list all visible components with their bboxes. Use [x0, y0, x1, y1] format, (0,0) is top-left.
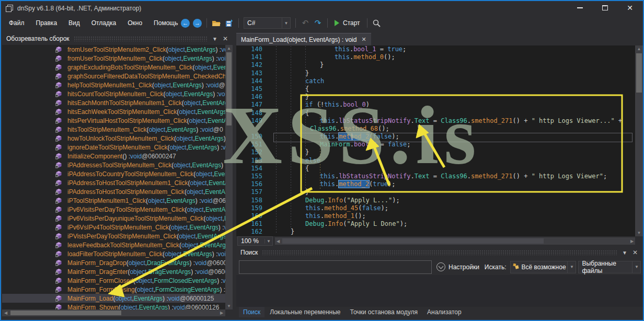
tree-item-graphExcludingBotsToolStripMenuItem_Click[interactable]: graphExcludingBotsToolStripMenuItem_Clic… — [2, 63, 225, 72]
chevron-down-icon[interactable]: ▼ — [632, 261, 640, 273]
back-icon[interactable]: ← — [181, 19, 190, 28]
chevron-down-icon[interactable]: ▼ — [282, 18, 290, 28]
line-number: 140 — [236, 45, 267, 53]
tree-item-iPAddressToCountryToolStripMenuItem_Click[interactable]: iPAddressToCountryToolStripMenuItem_Clic… — [2, 169, 225, 178]
search-files-select[interactable]: Выбранные файлы ▼ — [578, 261, 641, 273]
chevron-down-icon[interactable]: ▼ — [567, 261, 576, 273]
tree-item-howToUnlockToolStripMenuItem_Click[interactable]: howToUnlockToolStripMenuItem_Click(objec… — [2, 134, 225, 143]
search-results-area[interactable] — [236, 275, 643, 307]
tree-item-fromUserToolStripMenuItem2_Click[interactable]: fromUserToolStripMenuItem2_Click(object,… — [2, 45, 225, 54]
zoom-select[interactable]: 100 % ▼ — [237, 236, 273, 246]
line-number: 154 — [236, 165, 267, 173]
tree-item-hitsEachMonthToolStripMenuItem1_Click[interactable]: hitsEachMonthToolStripMenuItem1_Click(ob… — [2, 98, 225, 107]
menu-Окно[interactable]: Окно — [122, 17, 148, 29]
bottom-tab-Локальные переменные[interactable]: Локальные переменные — [266, 307, 344, 317]
tree-item-iPToolStripMenuItem1_Click[interactable]: iPToolStripMenuItem1_Click(object, Event… — [2, 196, 225, 205]
menu-Вид[interactable]: Вид — [63, 17, 86, 29]
forward-icon[interactable]: → — [193, 19, 202, 28]
panel-close-icon[interactable]: ✕ — [223, 35, 228, 42]
tree-item-graphSourceFilteredDataToolStripMenuItem_CheckedChanged[interactable]: graphSourceFilteredDataToolStripMenuItem… — [2, 72, 225, 81]
tree-item-iPv6VisitsPerDayToolStripMenuItem_Click[interactable]: iPv6VisitsPerDayToolStripMenuItem_Click(… — [2, 205, 225, 214]
panel-position-icon[interactable]: ▼ — [212, 36, 217, 42]
tree-item-ignoreDateToolStripMenuItem_Click[interactable]: ignoreDateToolStripMenuItem_Click(object… — [2, 143, 225, 152]
maximize-button[interactable] — [599, 3, 611, 13]
tree-item-iPAddressesToolStripMenuItem_Click[interactable]: iPAddressesToolStripMenuItem_Click(objec… — [2, 160, 225, 169]
menu-Файл[interactable]: Файл — [3, 17, 30, 29]
tree-item-hitsEachWeekToolStripMenuItem_Click[interactable]: hitsEachWeekToolStripMenuItem_Click(obje… — [2, 107, 225, 116]
method-icon — [55, 64, 65, 71]
menu-Отладка[interactable]: Отладка — [86, 17, 122, 29]
save-all-icon[interactable] — [224, 18, 234, 28]
line-number: 149 — [236, 117, 267, 125]
redo-icon[interactable]: ↷ — [313, 18, 323, 28]
tree-item-MainForm_FormClosing[interactable]: MainForm_FormClosing(object, FormClosing… — [2, 285, 225, 294]
method-icon — [55, 304, 65, 309]
editor-vertical-scrollbar[interactable]: ▲ ▼ — [635, 45, 643, 236]
close-button[interactable]: ✕ — [624, 3, 636, 13]
method-icon — [55, 188, 65, 195]
tree-item-helpToolStripMenuItem1_Click[interactable]: helpToolStripMenuItem1_Click(object, Eve… — [2, 81, 225, 89]
code-line-141: 141this.method_0(); — [236, 53, 635, 61]
panel-close-icon[interactable]: ✕ — [632, 249, 638, 256]
tree-vertical-scrollbar[interactable]: ▲ ▼ — [225, 45, 233, 309]
tree-item-MainForm_DragEnter[interactable]: MainForm_DragEnter(object, DragEventArgs… — [2, 267, 225, 276]
tab-mainform-load[interactable]: MainForm_Load(object, EventArgs) : void … — [236, 33, 371, 45]
code-line-145: 145{ — [236, 85, 635, 93]
start-button[interactable]: Старт — [332, 19, 362, 27]
method-icon — [55, 268, 65, 275]
search-icon[interactable] — [372, 18, 382, 28]
tree-item-leaveFeedbackToolStripMenuItem_Click[interactable]: leaveFeedbackToolStripMenuItem_Click(obj… — [2, 240, 225, 249]
tree-item-hitsToolStripMenuItem_Click[interactable]: hitsToolStripMenuItem_Click(object, Even… — [2, 125, 225, 134]
bottom-tab-Анализатор[interactable]: Анализатор — [423, 307, 466, 317]
tree-item-iPv6VisitsPerDayuniqueToolStripMenuItem_Click[interactable]: iPv6VisitsPerDayuniqueToolStripMenuItem_… — [2, 214, 225, 223]
search-input[interactable] — [239, 260, 432, 274]
settings-label: Настройки — [448, 263, 479, 271]
tree-item-fromUserToolStripMenuItem_Click[interactable]: fromUserToolStripMenuItem_Click(object, … — [2, 54, 225, 63]
code-line-143: 143} — [236, 70, 635, 77]
tab-close-icon[interactable]: ✕ — [361, 36, 366, 43]
toolbar: ← → C# ▼ ↶ ↷ Старт — [181, 16, 382, 30]
language-select[interactable]: C# ▼ — [244, 17, 291, 29]
app-icon — [6, 5, 13, 12]
panel-position-icon[interactable]: ▼ — [622, 250, 627, 256]
tree-horizontal-scrollbar[interactable]: ◀ ▶ — [2, 309, 225, 316]
method-icon — [55, 224, 65, 231]
line-number: 156 — [236, 180, 267, 188]
undo-icon[interactable]: ↶ — [301, 18, 310, 28]
tree-item-InitializeComponent[interactable]: InitializeComponent() : void @06000247 — [2, 152, 225, 160]
tree-item-hitsPerVirtualHostToolStripMenuItem_Click[interactable]: hitsPerVirtualHostToolStripMenuItem_Clic… — [2, 116, 225, 125]
code-line-158: 158Debug.Info("Apply L..."); — [236, 197, 635, 204]
tree-item-iPv6VsIPv4ToolStripMenuItem_Click[interactable]: iPv6VsIPv4ToolStripMenuItem_Click(object… — [2, 223, 225, 232]
bottom-tab-Точки останова модуля[interactable]: Точки останова модуля — [346, 307, 422, 317]
tree-item-hitsCountToolStripMenuItem_Click[interactable]: hitsCountToolStripMenuItem_Click(object,… — [2, 89, 225, 98]
method-icon — [55, 144, 65, 151]
tree-item-MainForm_FormClosed[interactable]: MainForm_FormClosed(object, FormClosedEv… — [2, 276, 225, 285]
code-line-161: 161Debug.Info("Apply L Done"); — [236, 220, 635, 228]
editor-horizontal-scrollbar[interactable]: ◀ ▶ — [275, 237, 635, 245]
tree-item-MainForm_Load[interactable]: MainForm_Load(object, EventArgs) : void … — [2, 294, 225, 303]
tree-item-MainForm_Shown[interactable]: MainForm_Shown(object, EventArgs) : void… — [2, 303, 225, 309]
minimize-button[interactable] — [574, 3, 585, 13]
code-line-152: 152} — [236, 148, 635, 156]
tree-item-iPAddressToHostToolStripMenuItem1_Click[interactable]: iPAddressToHostToolStripMenuItem1_Click(… — [2, 178, 225, 187]
bottom-tab-Поиск[interactable]: Поиск — [239, 307, 264, 317]
line-number: 150 — [236, 133, 267, 141]
chevron-down-icon[interactable]: ▼ — [264, 239, 272, 244]
line-number: 143 — [236, 70, 267, 77]
tree-item-MainForm_DragDrop[interactable]: MainForm_DragDrop(object, DragEventArgs)… — [2, 258, 225, 267]
menu-Правка[interactable]: Правка — [30, 17, 63, 29]
highlighted-method[interactable]: method_2 — [339, 180, 369, 188]
title-bar[interactable]: dnSpy v6.1.8 (64-bit, .NET, Администрато… — [1, 1, 643, 15]
line-number: 162 — [236, 228, 267, 236]
tree-item-iPAddressToHostToolStripMenuItem_Click[interactable]: iPAddressToHostToolStripMenuItem_Click(o… — [2, 187, 225, 196]
menu-Помощь[interactable]: Помощь — [148, 17, 183, 29]
tree-item-iPVistsPerDayToolStripMenuItem_Click[interactable]: iPVistsPerDayToolStripMenuItem_Click(obj… — [2, 232, 225, 240]
editor-bottom-bar: 100 % ▼ ◀ ▶ — [236, 236, 635, 246]
scope-icon — [513, 263, 519, 271]
search-scope-select[interactable]: Всё возможное ▼ — [510, 261, 576, 273]
tree-item-loadFilterToolStripMenuItem_Click[interactable]: loadFilterToolStripMenuItem_Click(object… — [2, 249, 225, 258]
code-line-153: 153else — [236, 157, 635, 165]
open-folder-icon[interactable] — [212, 18, 221, 28]
method-icon — [55, 277, 65, 284]
settings-chevron-icon[interactable] — [436, 262, 445, 271]
